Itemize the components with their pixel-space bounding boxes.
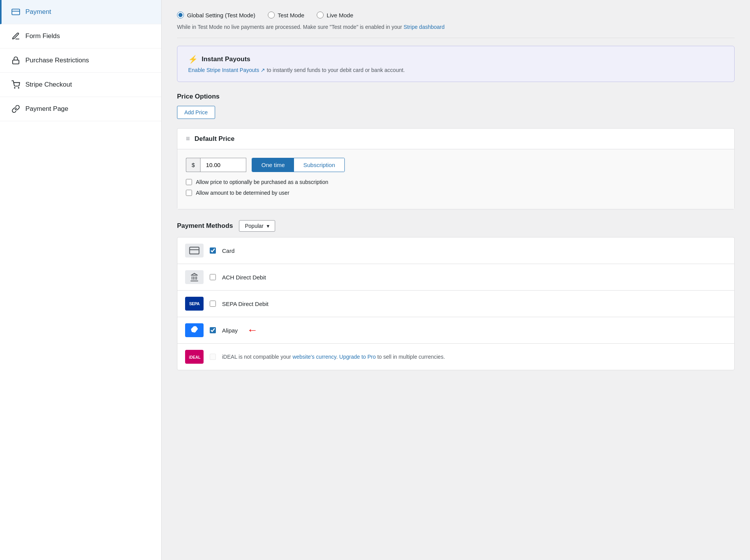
sidebar-item-payment[interactable]: Payment <box>0 0 161 24</box>
ideal-label: iDEAL is not compatible your website's c… <box>222 354 445 360</box>
enable-instant-payouts-link[interactable]: Enable Stripe Instant Payouts ↗ <box>188 67 267 73</box>
default-price-card: ≡ Default Price $ One time Subscription … <box>177 128 735 209</box>
ach-label: ACH Direct Debit <box>222 274 266 281</box>
card-method-icon <box>185 244 204 257</box>
chevron-down-icon: ▾ <box>267 223 269 229</box>
currency-symbol: $ <box>186 158 200 172</box>
price-card-body: $ One time Subscription Allow price to o… <box>177 149 734 209</box>
default-price-title: Default Price <box>195 135 235 143</box>
website-currency-link[interactable]: website's currency <box>292 354 336 360</box>
payment-method-ideal: iDEAL iDEAL is not compatible your websi… <box>177 344 734 370</box>
global-mode-text: Global Setting (Test Mode) <box>187 12 256 18</box>
instant-payouts-title: ⚡ Instant Payouts <box>188 55 723 64</box>
upgrade-to-pro-link[interactable]: Upgrade to Pro <box>339 354 376 360</box>
svg-text:支: 支 <box>192 328 196 333</box>
optional-subscription-row: Allow price to optionally be purchased a… <box>186 179 726 185</box>
sidebar-item-label: Form Fields <box>25 32 60 40</box>
drag-handle-icon[interactable]: ≡ <box>186 135 190 143</box>
ach-method-icon <box>185 270 204 284</box>
sepa-method-icon: SEPA <box>185 297 204 311</box>
stripe-dashboard-link[interactable]: Stripe dashboard <box>404 24 445 30</box>
sidebar-item-form-fields[interactable]: Form Fields <box>0 24 161 48</box>
one-time-button[interactable]: One time <box>252 158 294 172</box>
ach-checkbox[interactable] <box>210 274 216 280</box>
alipay-label: Alipay <box>222 327 238 334</box>
test-mode-text: Test Mode <box>278 12 304 18</box>
price-input-row: $ One time Subscription <box>186 158 726 172</box>
svg-point-4 <box>18 87 19 88</box>
payment-method-ach: ACH Direct Debit <box>177 264 734 291</box>
user-determined-row: Allow amount to be determined by user <box>186 190 726 196</box>
svg-text:iDEAL: iDEAL <box>189 355 200 359</box>
price-card-header: ≡ Default Price <box>177 129 734 149</box>
svg-rect-2 <box>13 60 19 64</box>
optional-subscription-label: Allow price to optionally be purchased a… <box>196 179 328 185</box>
payment-method-card: Card <box>177 237 734 264</box>
global-mode-radio[interactable] <box>177 12 184 18</box>
price-options-title: Price Options <box>177 93 735 100</box>
ideal-method-icon: iDEAL <box>185 350 204 364</box>
divider-1 <box>177 38 735 38</box>
card-label: Card <box>222 247 235 254</box>
mode-description: While in Test Mode no live payments are … <box>177 24 735 30</box>
sidebar-item-payment-page[interactable]: Payment Page <box>0 97 161 121</box>
user-determined-label: Allow amount to be determined by user <box>196 190 289 196</box>
ideal-checkbox[interactable] <box>210 354 216 360</box>
payment-methods-title: Payment Methods <box>177 222 233 230</box>
lightning-icon: ⚡ <box>188 55 198 64</box>
main-content: Global Setting (Test Mode) Test Mode Liv… <box>162 0 750 560</box>
payment-icon <box>11 7 21 17</box>
subscription-button[interactable]: Subscription <box>294 158 344 172</box>
user-determined-checkbox[interactable] <box>186 190 192 196</box>
sidebar-item-label: Payment Page <box>25 105 68 113</box>
svg-marker-12 <box>191 273 197 275</box>
payment-methods-list: Card ACH Dire <box>177 237 735 370</box>
live-mode-radio[interactable] <box>317 12 324 18</box>
payment-method-alipay: 支 Alipay ← <box>177 317 734 344</box>
price-options-section: Price Options Add Price <box>177 93 735 128</box>
sidebar-item-stripe-checkout[interactable]: Stripe Checkout <box>0 73 161 97</box>
payment-filter-select[interactable]: Popular ▾ <box>239 220 275 232</box>
price-type-toggle: One time Subscription <box>252 158 344 172</box>
alipay-checkbox[interactable] <box>210 327 216 333</box>
sepa-label: SEPA Direct Debit <box>222 301 269 307</box>
svg-rect-0 <box>12 9 20 15</box>
test-mode-label[interactable]: Test Mode <box>268 12 304 18</box>
mode-selection: Global Setting (Test Mode) Test Mode Liv… <box>177 12 735 18</box>
live-mode-text: Live Mode <box>327 12 353 18</box>
sidebar: Payment Form Fields Purchase Restriction… <box>0 0 162 560</box>
price-input[interactable] <box>200 158 246 172</box>
alipay-arrow-icon: ← <box>247 324 258 336</box>
stripe-checkout-icon <box>11 80 21 90</box>
live-mode-label[interactable]: Live Mode <box>317 12 353 18</box>
payment-methods-header: Payment Methods Popular ▾ <box>177 220 735 232</box>
form-fields-icon <box>11 31 21 41</box>
sidebar-item-label: Payment <box>25 8 51 16</box>
payment-method-sepa: SEPA SEPA Direct Debit <box>177 291 734 317</box>
sepa-checkbox[interactable] <box>210 301 216 307</box>
sidebar-item-label: Purchase Restrictions <box>25 57 89 64</box>
optional-subscription-checkbox[interactable] <box>186 179 192 185</box>
card-checkbox[interactable] <box>210 247 216 254</box>
payment-page-icon <box>11 104 21 114</box>
purchase-restrictions-icon <box>11 55 21 65</box>
sidebar-item-purchase-restrictions[interactable]: Purchase Restrictions <box>0 48 161 73</box>
svg-point-3 <box>14 87 15 88</box>
sidebar-item-label: Stripe Checkout <box>25 81 72 89</box>
global-mode-label[interactable]: Global Setting (Test Mode) <box>177 12 256 18</box>
add-price-button[interactable]: Add Price <box>177 106 215 119</box>
svg-rect-5 <box>190 247 199 254</box>
alipay-method-icon: 支 <box>185 323 204 337</box>
test-mode-radio[interactable] <box>268 12 275 18</box>
instant-payouts-description: Enable Stripe Instant Payouts ↗ to insta… <box>188 67 723 73</box>
instant-payouts-box: ⚡ Instant Payouts Enable Stripe Instant … <box>177 46 735 82</box>
payment-methods-section: Payment Methods Popular ▾ Car <box>177 220 735 370</box>
